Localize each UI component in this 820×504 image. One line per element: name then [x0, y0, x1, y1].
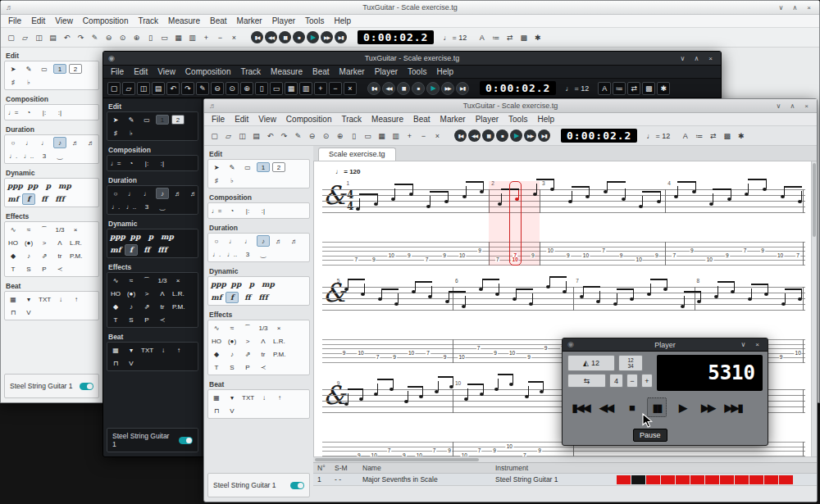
- vertical-scrollbar[interactable]: [811, 161, 817, 456]
- trill-icon[interactable]: tr: [257, 348, 270, 360]
- metronome-icon[interactable]: ◔: [226, 205, 239, 216]
- zoom-out-icon[interactable]: ⊖: [211, 82, 224, 95]
- dynamic-fff-button[interactable]: fff: [257, 292, 270, 303]
- play-icon[interactable]: ▶: [426, 82, 440, 95]
- let-ring-icon[interactable]: L.R.: [171, 288, 185, 299]
- print-icon[interactable]: ▤: [152, 82, 165, 95]
- note[interactable]: [378, 297, 382, 301]
- fret-number[interactable]: 10: [458, 355, 465, 360]
- titlebar[interactable]: ◉ TuxGuitar - Scale exercise.tg ∨ ∧ ×: [103, 52, 721, 66]
- tuner-icon[interactable]: A: [679, 129, 691, 142]
- accent-icon[interactable]: >: [38, 237, 51, 248]
- fret-number[interactable]: 10: [547, 248, 554, 253]
- let-ring-icon[interactable]: L.R.: [69, 237, 83, 248]
- note[interactable]: [748, 297, 752, 301]
- pickstroke-icon[interactable]: V: [22, 306, 35, 318]
- dynamic-p-button[interactable]: p: [144, 231, 157, 243]
- voice-1-button[interactable]: 1: [53, 64, 66, 74]
- vibrato-icon[interactable]: ∿: [210, 322, 223, 334]
- whole-note-icon[interactable]: ○: [210, 235, 223, 247]
- go-last-icon[interactable]: ▶▮: [456, 82, 469, 95]
- menu-file[interactable]: File: [8, 16, 21, 25]
- dynamic-ppp-button[interactable]: ppp: [7, 180, 24, 192]
- note[interactable]: [412, 290, 416, 293]
- dynamic-ppp-button[interactable]: ppp: [210, 279, 227, 290]
- sixteenth-note-icon[interactable]: ♬: [272, 235, 285, 247]
- shuffle-icon[interactable]: ⇄: [707, 129, 719, 142]
- bend-icon[interactable]: ⌒: [140, 275, 153, 286]
- dynamic-ff-button[interactable]: ff: [140, 244, 153, 256]
- add-beat-icon[interactable]: +: [314, 82, 327, 95]
- palm-mute-icon[interactable]: P.M.: [272, 348, 286, 360]
- fret-number[interactable]: 7: [426, 350, 430, 355]
- note[interactable]: [647, 293, 651, 296]
- fret-number[interactable]: 7: [672, 252, 676, 257]
- fret-number[interactable]: 10: [357, 350, 364, 355]
- double-dotted-note-icon[interactable]: ♩..: [22, 150, 35, 161]
- note[interactable]: [449, 385, 453, 388]
- multitrack-icon[interactable]: ▦: [285, 82, 298, 95]
- hammer-on-icon[interactable]: HO: [210, 335, 223, 347]
- fret-number[interactable]: 7: [795, 252, 800, 257]
- repeat-open-icon[interactable]: |:: [140, 157, 153, 169]
- page-layout-icon[interactable]: ▯: [255, 82, 268, 95]
- harmonic-icon[interactable]: ◆: [210, 348, 223, 360]
- pin-icon[interactable]: ◉: [108, 55, 115, 62]
- bend-icon[interactable]: ⌒: [38, 224, 51, 235]
- dead-note-icon[interactable]: ×: [171, 275, 184, 286]
- tempo-spinner-value[interactable]: 4: [609, 374, 623, 388]
- save-icon[interactable]: ◫: [33, 31, 45, 43]
- voice-1-button[interactable]: 1: [257, 162, 270, 172]
- undo-icon[interactable]: ↶: [166, 82, 180, 95]
- new-file-icon[interactable]: ▢: [107, 82, 121, 95]
- save-icon[interactable]: ◫: [137, 82, 150, 95]
- ghost-note-icon[interactable]: (●): [226, 335, 239, 347]
- fret-number[interactable]: 10: [582, 252, 590, 257]
- hammer-on-icon[interactable]: HO: [109, 288, 122, 299]
- zoom-reset-icon[interactable]: ⊙: [320, 129, 332, 142]
- go-last-icon[interactable]: ▶▮: [335, 31, 347, 43]
- stroke-down-icon[interactable]: ↓: [54, 293, 67, 305]
- print-icon[interactable]: ▤: [250, 129, 262, 142]
- half-note-icon[interactable]: ♩: [22, 137, 35, 148]
- open-file-icon[interactable]: ▱: [19, 31, 31, 43]
- thirtysecond-note-icon[interactable]: ♬: [187, 188, 200, 199]
- fret-number[interactable]: 9: [442, 252, 447, 257]
- harmonic-icon[interactable]: ◆: [7, 250, 20, 261]
- fret-number[interactable]: 10: [506, 443, 513, 448]
- pause-icon[interactable]: ▮▮: [397, 82, 410, 95]
- note[interactable]: [781, 302, 786, 306]
- note[interactable]: [390, 388, 394, 391]
- arpeggio-icon[interactable]: ⊓: [210, 405, 223, 416]
- grace-note-icon[interactable]: ♪: [226, 348, 239, 360]
- semitone-down-icon[interactable]: ♭: [22, 76, 35, 88]
- new-file-icon[interactable]: ▢: [5, 31, 17, 43]
- note[interactable]: [781, 195, 785, 198]
- whole-note-icon[interactable]: ○: [109, 188, 122, 199]
- dynamic-pp-button[interactable]: pp: [26, 180, 39, 192]
- fret-number[interactable]: 10: [458, 252, 466, 257]
- document-tab[interactable]: Scale exercise.tg: [318, 148, 396, 161]
- zoom-in-icon[interactable]: ⊕: [130, 31, 143, 43]
- note[interactable]: [580, 295, 584, 298]
- tie-icon[interactable]: ‿: [156, 201, 169, 212]
- popping-icon[interactable]: P: [241, 361, 254, 373]
- pencil-icon[interactable]: ✎: [292, 129, 304, 142]
- menu-composition[interactable]: Composition: [185, 67, 231, 76]
- dynamic-mf-button[interactable]: mf: [210, 292, 223, 303]
- fret-number[interactable]: 9: [477, 248, 482, 253]
- heavy-accent-icon[interactable]: Λ: [156, 288, 169, 299]
- tremolo-bar-icon[interactable]: 1/3: [257, 322, 270, 334]
- titlebar[interactable]: ♬ TuxGuitar - Scale exercise.tg ∨ ∧ ×: [1, 1, 819, 15]
- dynamic-mf-button[interactable]: mf: [7, 193, 20, 205]
- tie-icon[interactable]: ‿: [53, 150, 66, 161]
- repeat-close-icon[interactable]: :|: [156, 157, 169, 169]
- note[interactable]: [444, 200, 449, 203]
- semitone-up-icon[interactable]: ♯: [109, 127, 122, 138]
- fret-number[interactable]: 10: [408, 350, 415, 355]
- redo-icon[interactable]: ↷: [278, 129, 290, 142]
- fret-number[interactable]: 7: [476, 346, 481, 351]
- menu-edit[interactable]: Edit: [134, 67, 148, 76]
- pencil-icon[interactable]: ✎: [196, 82, 209, 95]
- menu-edit[interactable]: Edit: [31, 16, 45, 25]
